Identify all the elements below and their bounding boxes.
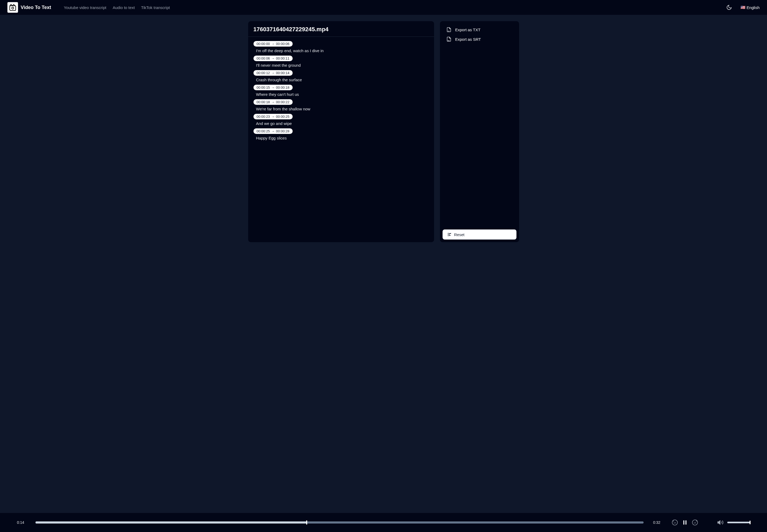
forward-15-button[interactable]: 15 xyxy=(692,519,698,526)
export-srt-button[interactable]: SRT Export as SRT xyxy=(443,34,517,44)
volume-slider[interactable] xyxy=(727,522,750,523)
segment-start: 00:00:06 xyxy=(257,56,270,60)
transcript-segment: 00:00:00→00:00:06I'm off the deep end, w… xyxy=(253,41,429,53)
segment-text: Crash through the surface xyxy=(253,78,429,82)
arrow-right-icon: → xyxy=(271,115,275,119)
reset-label: Reset xyxy=(454,232,465,237)
segment-start: 00:00:25 xyxy=(257,129,270,133)
timestamp-badge[interactable]: 00:00:00→00:00:06 xyxy=(253,41,293,47)
nav-tiktok-transcript[interactable]: TikTok transcript xyxy=(141,5,170,10)
main-content: 1760371640427229245.mp4 00:00:00→00:00:0… xyxy=(0,15,767,513)
transcript-segment: 00:00:25→00:00:28Happy Egg slices xyxy=(253,128,429,140)
transcript-segment: 00:00:06→00:00:11I'll never meet the gro… xyxy=(253,56,429,67)
transcript-segment: 00:00:23→00:00:25And we go and wipe xyxy=(253,114,429,126)
reset-button[interactable]: Reset xyxy=(443,229,517,240)
timestamp-badge[interactable]: 00:00:23→00:00:25 xyxy=(253,114,293,119)
svg-text:15: 15 xyxy=(674,522,676,524)
arrow-right-icon: → xyxy=(271,100,275,104)
segment-text: Where they can't hurt us xyxy=(253,92,429,97)
header-right: 🇺🇸 English xyxy=(726,4,760,10)
file-title: 1760371640427229245.mp4 xyxy=(248,21,434,37)
segment-start: 00:00:23 xyxy=(257,115,270,119)
timestamp-badge[interactable]: 00:00:12→00:00:14 xyxy=(253,70,293,76)
timestamp-badge[interactable]: 00:00:06→00:00:11 xyxy=(253,56,293,61)
segment-end: 00:00:18 xyxy=(276,85,289,89)
arrow-right-icon: → xyxy=(271,129,275,133)
volume-icon[interactable] xyxy=(717,519,724,526)
timestamp-badge[interactable]: 00:00:18→00:00:22 xyxy=(253,99,293,105)
svg-text:SRT: SRT xyxy=(448,40,450,41)
arrow-right-icon: → xyxy=(271,85,275,89)
segment-end: 00:00:22 xyxy=(276,100,289,104)
nav-audio-to-text[interactable]: Audio to text xyxy=(113,5,134,10)
export-srt-label: Export as SRT xyxy=(455,37,481,42)
segment-end: 00:00:11 xyxy=(276,56,289,60)
segment-end: 00:00:25 xyxy=(276,115,289,119)
language-selector[interactable]: 🇺🇸 English xyxy=(741,5,760,10)
logo-icon xyxy=(7,2,18,13)
nav-youtube-transcript[interactable]: Youtube video transcript xyxy=(64,5,106,10)
export-txt-label: Export as TXT xyxy=(455,28,481,32)
nav-links: Youtube video transcript Audio to text T… xyxy=(64,5,170,10)
pause-button[interactable] xyxy=(682,519,688,526)
segment-end: 00:00:14 xyxy=(276,71,289,75)
progress-thumb[interactable] xyxy=(306,520,307,525)
segment-start: 00:00:15 xyxy=(257,85,270,89)
language-label: English xyxy=(747,5,760,10)
current-time: 0:14 xyxy=(17,520,26,525)
segment-start: 00:00:00 xyxy=(257,42,270,46)
player-controls: 15 15 xyxy=(672,519,698,526)
svg-rect-0 xyxy=(10,6,16,11)
progress-fill xyxy=(35,521,307,524)
timestamp-badge[interactable]: 00:00:25→00:00:28 xyxy=(253,128,293,134)
app-header: Video To Text Youtube video transcript A… xyxy=(0,0,767,15)
arrow-right-icon: → xyxy=(271,42,275,46)
volume-block xyxy=(717,519,750,526)
segment-text: I'm off the deep end, watch as I dive in xyxy=(253,48,429,53)
duration-time: 0:32 xyxy=(653,520,662,525)
segment-end: 00:00:28 xyxy=(276,129,289,133)
segment-text: We're far from the shallow now xyxy=(253,107,429,111)
svg-text:TXT: TXT xyxy=(448,30,450,32)
segments-list: 00:00:00→00:00:06I'm off the deep end, w… xyxy=(248,37,434,145)
brand-block[interactable]: Video To Text xyxy=(7,2,51,13)
segment-text: I'll never meet the ground xyxy=(253,63,429,67)
export-txt-button[interactable]: TXT Export as TXT xyxy=(443,25,517,34)
segment-text: Happy Egg slices xyxy=(253,136,429,140)
transcript-segment: 00:00:15→00:00:18Where they can't hurt u… xyxy=(253,85,429,97)
theme-toggle[interactable] xyxy=(726,4,732,10)
svg-rect-10 xyxy=(685,520,687,525)
rewind-15-button[interactable]: 15 xyxy=(672,519,678,526)
svg-rect-9 xyxy=(683,520,684,525)
segment-end: 00:00:06 xyxy=(276,42,289,46)
arrow-right-icon: → xyxy=(271,71,275,75)
arrow-right-icon: → xyxy=(271,56,275,60)
svg-text:15: 15 xyxy=(694,522,696,524)
transcript-segment: 00:00:18→00:00:22We're far from the shal… xyxy=(253,99,429,111)
transcript-panel: 1760371640427229245.mp4 00:00:00→00:00:0… xyxy=(248,21,434,242)
svg-point-1 xyxy=(12,7,14,9)
audio-player: 0:14 0:32 15 15 xyxy=(0,513,767,532)
segment-start: 00:00:12 xyxy=(257,71,270,75)
progress-bar[interactable] xyxy=(35,521,644,524)
side-panel: TXT Export as TXT SRT Export as SRT Rese… xyxy=(440,21,519,242)
flag-icon: 🇺🇸 xyxy=(741,5,746,10)
volume-thumb[interactable] xyxy=(750,521,751,524)
segment-text: And we go and wipe xyxy=(253,121,429,126)
transcript-segment: 00:00:12→00:00:14Crash through the surfa… xyxy=(253,70,429,82)
brand-title: Video To Text xyxy=(21,5,51,10)
timestamp-badge[interactable]: 00:00:15→00:00:18 xyxy=(253,85,293,90)
segment-start: 00:00:18 xyxy=(257,100,270,104)
svg-marker-13 xyxy=(718,521,720,524)
